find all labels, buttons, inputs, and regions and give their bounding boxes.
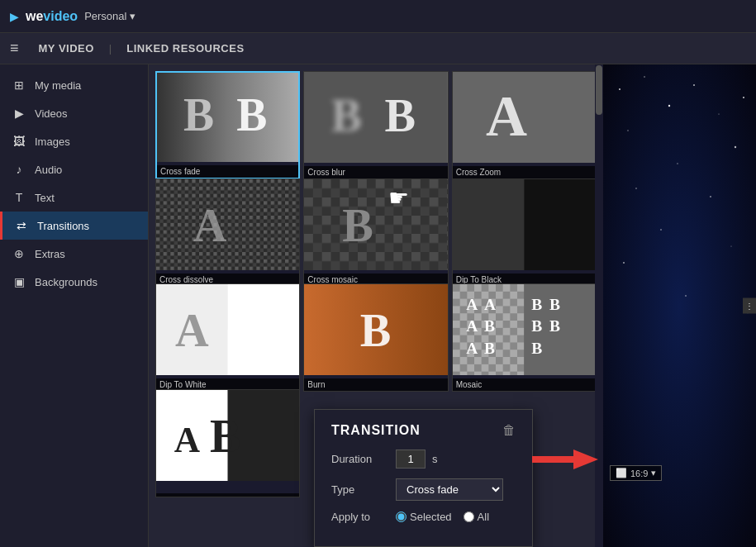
transition-crosszoom[interactable]: A Cross Zoom <box>452 71 597 179</box>
svg-point-54 <box>743 97 744 98</box>
red-arrow-indicator <box>532 448 598 471</box>
transition-crossblur[interactable]: B B Cross blur <box>303 71 448 179</box>
sidebar-item-text[interactable]: T Text <box>0 183 148 212</box>
apply-all-label: All <box>478 511 489 523</box>
images-icon: 🖼 <box>12 135 26 148</box>
svg-text:A: A <box>486 84 527 149</box>
svg-point-58 <box>710 196 711 197</box>
svg-text:A: A <box>466 295 478 313</box>
sidebar-item-videos[interactable]: ▶ Videos <box>0 99 148 127</box>
crossblur-label: Cross blur <box>304 166 447 178</box>
crossmosaic-thumb: B <box>304 179 447 270</box>
text-icon: T <box>12 191 26 204</box>
transition-crossdissolve[interactable]: A Cross dissolve <box>155 178 300 287</box>
transition-crossfade[interactable]: B B Cross fade <box>155 71 300 179</box>
panel-delete-button[interactable]: 🗑 <box>502 423 516 438</box>
my-media-icon: ⊞ <box>12 78 26 92</box>
svg-point-56 <box>735 146 736 148</box>
apply-selected-option[interactable]: Selected <box>396 511 452 523</box>
svg-rect-3 <box>304 72 447 163</box>
type-row: Type Cross fade Cross blur Cross Zoom Cr… <box>331 478 516 501</box>
apply-options: Selected All <box>396 511 489 523</box>
svg-point-59 <box>660 229 662 231</box>
svg-text:A: A <box>174 419 201 459</box>
sidebar: ⊞ My media ▶ Videos 🖼 Images ♪ Audio T T… <box>0 64 149 547</box>
hamburger-button[interactable]: ≡ <box>10 40 19 57</box>
svg-text:A: A <box>466 316 478 335</box>
svg-text:A: A <box>193 198 227 250</box>
svg-text:B: B <box>210 409 241 461</box>
svg-point-49 <box>644 76 645 78</box>
svg-text:B: B <box>531 295 542 313</box>
logo-text: wevideo <box>26 9 78 24</box>
sidebar-item-label: Extras <box>35 248 65 260</box>
workspace-button[interactable]: Personal ▾ <box>84 10 136 22</box>
svg-point-55 <box>677 163 678 164</box>
svg-text:B: B <box>549 316 560 335</box>
transition-generic1[interactable]: A B <box>155 389 300 497</box>
sidebar-item-label: Images <box>35 136 70 148</box>
apply-all-option[interactable]: All <box>464 511 489 523</box>
sidebar-item-label: Backgrounds <box>35 276 97 288</box>
svg-rect-19 <box>524 179 596 270</box>
generic1-label <box>156 493 299 497</box>
panel-header: TRANSITION 🗑 <box>331 423 516 438</box>
svg-text:A: A <box>484 295 497 313</box>
svg-rect-9 <box>156 179 299 270</box>
crosszoom-label: Cross Zoom <box>453 166 596 178</box>
sidebar-item-extras[interactable]: ⊕ Extras <box>0 240 148 268</box>
svg-rect-0 <box>157 73 298 162</box>
apply-selected-radio[interactable] <box>396 511 407 522</box>
apply-row: Apply to Selected All <box>331 511 516 523</box>
svg-text:B: B <box>484 316 495 335</box>
scroll-thumb[interactable] <box>596 65 602 115</box>
transition-diptowhite[interactable]: A Dip To White <box>155 283 300 392</box>
videos-icon: ▶ <box>12 107 26 120</box>
duration-unit: s <box>432 453 438 465</box>
transition-diptoblack[interactable]: Dip To Black <box>452 178 597 287</box>
scroll-track[interactable] <box>595 64 603 547</box>
burn-thumb: B <box>304 284 447 375</box>
aspect-icon: ⬜ <box>616 468 627 478</box>
sidebar-item-backgrounds[interactable]: ▣ Backgrounds <box>0 268 148 296</box>
diptoblack-thumb <box>453 179 596 270</box>
transition-mosaic[interactable]: A A B B A B B B A B B Mosaic <box>452 283 597 392</box>
svg-text:B: B <box>549 295 560 313</box>
sidebar-item-label: Text <box>35 192 55 204</box>
svg-marker-47 <box>532 449 598 469</box>
transition-burn[interactable]: B Burn <box>303 283 448 392</box>
duration-input[interactable] <box>396 449 426 469</box>
svg-text:B: B <box>236 89 267 140</box>
transitions-content-area: B B Cross fade B B Cross blur <box>149 64 603 547</box>
svg-point-51 <box>627 130 629 131</box>
aspect-ratio-badge[interactable]: ⬜ 16:9 ▾ <box>610 465 662 481</box>
sidebar-item-transitions[interactable]: ⇄ Transitions <box>0 212 148 240</box>
preview-more-options-button[interactable]: ⋮ <box>743 298 756 314</box>
sidebar-item-label: Transitions <box>37 220 89 232</box>
sidebar-item-audio[interactable]: ♪ Audio <box>0 155 148 183</box>
apply-all-radio[interactable] <box>464 511 474 522</box>
transition-crossmosaic[interactable]: B Cross mosaic <box>303 178 448 287</box>
backgrounds-icon: ▣ <box>12 275 26 288</box>
sidebar-item-label: My media <box>35 79 81 92</box>
generic1-thumb: A B <box>156 390 299 481</box>
svg-point-61 <box>623 262 625 264</box>
svg-point-52 <box>693 84 695 86</box>
svg-text:B: B <box>531 338 542 356</box>
type-select[interactable]: Cross fade Cross blur Cross Zoom Cross d… <box>396 478 503 501</box>
logo-play-icon: ▶ <box>10 10 19 23</box>
svg-point-53 <box>718 113 719 114</box>
workspace-label: Personal <box>84 10 126 22</box>
tab-my-video[interactable]: MY VIDEO <box>31 39 102 58</box>
logo-video: video <box>43 9 78 23</box>
sidebar-item-images[interactable]: 🖼 Images <box>0 127 148 155</box>
duration-row: Duration s <box>331 449 516 469</box>
svg-point-60 <box>730 245 731 246</box>
crosszoom-thumb: A <box>453 72 596 163</box>
aspect-chevron-icon: ▾ <box>651 468 656 478</box>
sidebar-item-my-media[interactable]: ⊞ My media <box>0 71 148 99</box>
aspect-ratio-label: 16:9 <box>630 469 648 478</box>
tab-linked-resources[interactable]: LINKED RESOURCES <box>118 39 252 58</box>
crossfade-label: Cross fade <box>157 165 298 178</box>
sidebar-item-label: Videos <box>35 107 68 120</box>
